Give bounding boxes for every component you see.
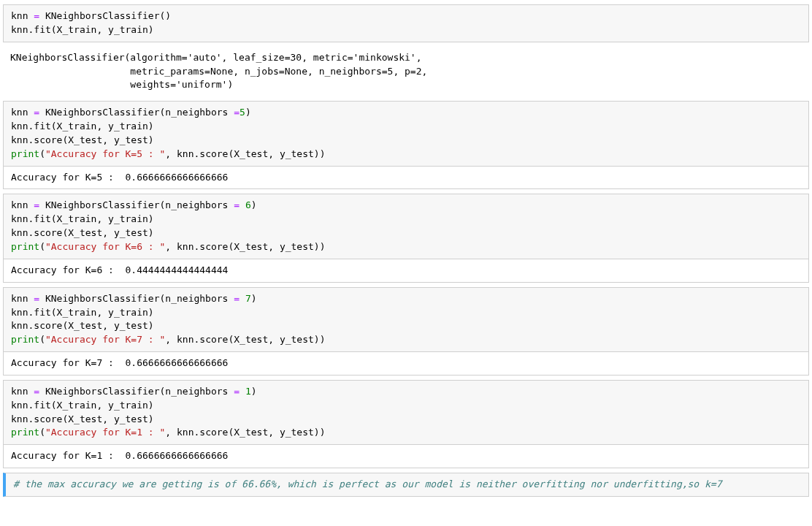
code-text: knn = KNeighborsClassifier(n_neighbors =… xyxy=(4,288,808,351)
code-output: Accuracy for K=1 : 0.6666666666666666 xyxy=(4,445,808,468)
code-cell-comment[interactable]: # the max accuracy we are getting is of … xyxy=(3,473,809,497)
code-text: knn = KNeighborsClassifier(n_neighbors =… xyxy=(4,194,808,258)
output-text: Accuracy for K=5 : 0.6666666666666666 xyxy=(4,167,808,189)
code-output: Accuracy for K=5 : 0.6666666666666666 xyxy=(4,167,808,189)
code-text: knn = KNeighborsClassifier(n_neighbors =… xyxy=(4,102,808,165)
output-text: KNeighborsClassifier(algorithm='auto', l… xyxy=(3,47,809,97)
code-input[interactable]: knn = KNeighborsClassifier(n_neighbors =… xyxy=(4,194,808,259)
code-input[interactable]: knn = KNeighborsClassifier(n_neighbors =… xyxy=(4,288,808,352)
output-cell-repr: KNeighborsClassifier(algorithm='auto', l… xyxy=(3,47,809,97)
code-cell-k6[interactable]: knn = KNeighborsClassifier(n_neighbors =… xyxy=(3,194,809,282)
code-input[interactable]: knn = KNeighborsClassifier(n_neighbors =… xyxy=(4,102,808,166)
output-text: Accuracy for K=1 : 0.6666666666666666 xyxy=(4,445,808,468)
code-output: Accuracy for K=7 : 0.6666666666666666 xyxy=(4,352,808,375)
code-input[interactable]: knn = KNeighborsClassifier() knn.fit(X_t… xyxy=(4,5,808,42)
code-cell-k7[interactable]: knn = KNeighborsClassifier(n_neighbors =… xyxy=(3,287,809,376)
code-input[interactable]: # the max accuracy we are getting is of … xyxy=(6,473,808,496)
code-input[interactable]: knn = KNeighborsClassifier(n_neighbors =… xyxy=(4,381,808,445)
code-output: Accuracy for K=6 : 0.4444444444444444 xyxy=(4,259,808,282)
code-cell-k1[interactable]: knn = KNeighborsClassifier(n_neighbors =… xyxy=(3,380,809,468)
output-text: Accuracy for K=7 : 0.6666666666666666 xyxy=(4,352,808,375)
code-cell-k5[interactable]: knn = KNeighborsClassifier(n_neighbors =… xyxy=(3,101,809,189)
code-text: knn = KNeighborsClassifier() knn.fit(X_t… xyxy=(4,5,808,42)
output-text: Accuracy for K=6 : 0.4444444444444444 xyxy=(4,259,808,282)
code-cell-0[interactable]: knn = KNeighborsClassifier() knn.fit(X_t… xyxy=(3,4,809,42)
code-text: # the max accuracy we are getting is of … xyxy=(6,473,808,496)
code-text: knn = KNeighborsClassifier(n_neighbors =… xyxy=(4,381,808,444)
